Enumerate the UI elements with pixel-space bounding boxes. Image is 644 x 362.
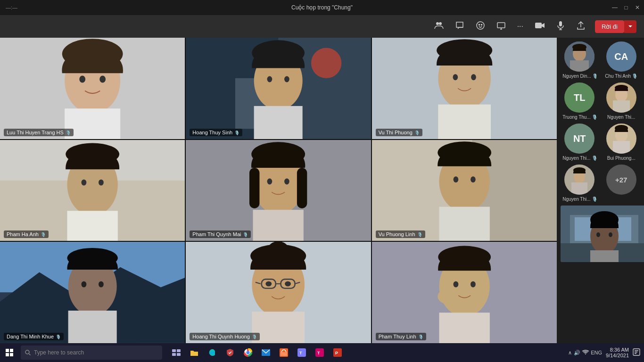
svg-point-3 — [479, 25, 479, 25]
share-content-icon[interactable] — [574, 19, 587, 34]
svg-point-12 — [99, 75, 106, 82]
svg-point-105 — [596, 232, 600, 237]
mic-status-8 — [252, 334, 257, 339]
sidebar-mic-3: 🎙️ — [592, 115, 597, 120]
participant-name-8: Hoang Thi Quynh Huong — [190, 333, 260, 340]
mic-status-7 — [56, 334, 61, 339]
svg-rect-34 — [67, 211, 117, 241]
video-grid: Luu Thi Huyen Trang HS — [0, 38, 557, 343]
reactions-icon[interactable] — [474, 19, 487, 34]
maximize-button[interactable]: □ — [623, 5, 629, 10]
file-explorer-button[interactable] — [186, 344, 203, 361]
leave-dropdown-arrow[interactable] — [624, 20, 636, 33]
teams-button-1[interactable]: T — [293, 344, 310, 361]
svg-rect-5 — [497, 23, 505, 28]
mic-status-5 — [243, 231, 248, 237]
share-screen-top-icon[interactable] — [495, 19, 508, 34]
video-cell-6: Vu Phuong Linh — [372, 140, 557, 241]
svg-rect-77 — [439, 313, 489, 343]
participant-name-4: Pham Ha Anh — [4, 230, 49, 238]
participant-name-5: Pham Thi Quynh Mai — [190, 230, 251, 238]
svg-point-43 — [267, 178, 272, 184]
expand-tray-icon[interactable]: ∧ — [568, 350, 572, 356]
powerpoint-button[interactable]: P — [329, 344, 346, 361]
video-cell-8: Hoang Thi Quynh Huong — [186, 242, 371, 343]
close-button[interactable]: ✕ — [635, 5, 640, 10]
camera-icon[interactable] — [533, 19, 547, 33]
task-view-icon — [172, 349, 181, 356]
window-title: Cuộc họp trong "Chung" — [291, 4, 353, 11]
svg-rect-109 — [177, 349, 181, 352]
sidebar-mic-1: 🎙️ — [592, 74, 596, 79]
teams2-icon: T — [315, 348, 324, 357]
chrome-button[interactable] — [239, 344, 256, 361]
search-placeholder: Type here to search — [34, 349, 84, 356]
language-label[interactable]: ENG — [591, 350, 602, 355]
taskbar-search-box[interactable]: Type here to search — [21, 346, 162, 360]
sidebar-name-3: Truong Thu... 🎙️ — [562, 115, 596, 120]
sidebar-mic-7: 🎙️ — [592, 197, 597, 202]
windows-logo-icon — [6, 349, 13, 356]
date-display: 9/14/2021 — [606, 353, 629, 358]
svg-rect-7 — [559, 21, 562, 26]
avatar-1 — [564, 41, 594, 72]
participant-name-7: Dang Thi Minh Khue — [4, 333, 64, 340]
self-video — [561, 206, 644, 262]
teams-button-2[interactable]: T — [311, 344, 328, 361]
store-button[interactable] — [275, 344, 292, 361]
avatar-5: NT — [564, 123, 594, 154]
edge-button[interactable] — [204, 344, 221, 361]
avatar-2: CA — [606, 41, 636, 72]
shield-button[interactable] — [222, 344, 239, 361]
svg-point-4 — [481, 25, 482, 25]
network-icon[interactable] — [582, 349, 589, 356]
svg-point-22 — [267, 76, 272, 82]
sidebar-participant-3: TL Truong Thu... 🎙️ — [561, 82, 599, 120]
svg-point-51 — [453, 176, 458, 182]
leave-button-group[interactable]: Rời đi — [595, 20, 636, 33]
chat-icon[interactable] — [453, 19, 466, 34]
taskbar-apps: T T P — [164, 344, 568, 361]
powerpoint-icon: P — [333, 348, 342, 357]
svg-point-1 — [439, 22, 442, 25]
video-cell-2: Hoang Thuy Sinh — [186, 38, 371, 139]
svg-point-52 — [471, 176, 476, 182]
svg-point-28 — [453, 74, 458, 80]
main-content: Luu Thi Huyen Trang HS — [0, 38, 644, 343]
notification-center-icon[interactable] — [633, 348, 640, 357]
wifi-icon — [582, 349, 589, 355]
svg-text:P: P — [335, 351, 338, 355]
people-icon[interactable] — [432, 19, 446, 34]
taskbar: Type here to search — [0, 343, 644, 362]
avatar-3: TL — [564, 82, 594, 113]
mail-button[interactable] — [257, 344, 274, 361]
title-bar: —:— Cuộc họp trong "Chung" — □ ✕ — [0, 0, 644, 15]
volume-icon[interactable]: 🔊 — [574, 350, 580, 356]
mic-icon[interactable] — [554, 19, 567, 34]
meeting-id-label: —:— — [6, 5, 17, 10]
svg-rect-104 — [590, 250, 619, 262]
window-controls: — □ ✕ — [612, 5, 640, 10]
svg-rect-27 — [438, 105, 491, 139]
file-explorer-icon — [190, 349, 198, 356]
svg-point-29 — [471, 74, 476, 80]
clock[interactable]: 8:36 AM 9/14/2021 — [606, 347, 629, 358]
svg-rect-116 — [281, 352, 287, 356]
mic-status-2 — [234, 130, 239, 135]
more-options-icon[interactable]: ··· — [515, 20, 525, 33]
start-button[interactable] — [0, 343, 19, 362]
time-display: 8:36 AM — [610, 347, 629, 353]
svg-rect-72 — [252, 312, 305, 343]
svg-rect-111 — [177, 353, 181, 356]
svg-point-60 — [99, 281, 104, 288]
svg-rect-108 — [172, 349, 176, 352]
chrome-icon — [244, 348, 252, 357]
taskbar-notification-area: ∧ 🔊 ENG 8:36 AM 9/14/2021 — [568, 347, 644, 358]
svg-point-76 — [438, 289, 458, 304]
avatar-7 — [564, 165, 594, 195]
leave-button[interactable]: Rời đi — [595, 20, 624, 33]
search-icon — [25, 349, 31, 356]
svg-rect-6 — [535, 23, 542, 28]
minimize-button[interactable]: — — [612, 5, 618, 10]
task-view-button[interactable] — [168, 344, 185, 361]
